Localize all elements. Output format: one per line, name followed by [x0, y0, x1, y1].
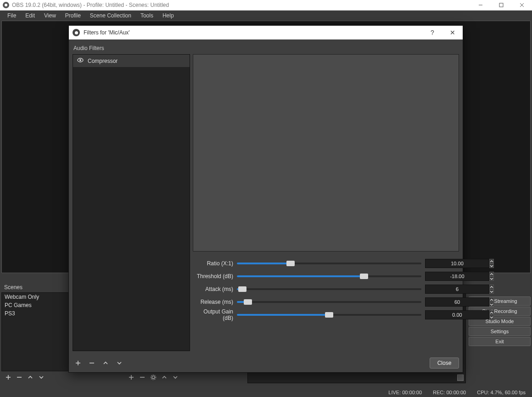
chevron-up-icon[interactable]	[25, 372, 35, 382]
chevron-down-icon[interactable]	[170, 372, 180, 382]
param-value-input[interactable]	[425, 259, 489, 268]
plus-icon[interactable]	[73, 358, 84, 369]
window-titlebar: OBS 19.0.2 (64bit, windows) - Profile: U…	[0, 0, 532, 11]
minus-icon[interactable]	[14, 372, 24, 382]
param-slider[interactable]	[237, 311, 421, 319]
settings-button[interactable]: Settings	[469, 327, 531, 336]
filter-item-compressor[interactable]: Compressor	[73, 55, 190, 67]
dialog-close-button[interactable]: ✕	[442, 26, 463, 39]
plus-icon[interactable]	[3, 372, 13, 382]
minus-icon[interactable]	[86, 358, 97, 369]
param-slider[interactable]	[237, 298, 421, 306]
spin-down-icon[interactable]	[489, 276, 494, 281]
minus-icon[interactable]	[137, 372, 147, 382]
spin-down-icon[interactable]	[489, 263, 494, 268]
resize-grip-icon[interactable]	[457, 375, 464, 381]
svg-point-13	[79, 59, 81, 61]
param-value-input[interactable]	[425, 310, 489, 319]
spin-down-icon[interactable]	[489, 315, 494, 319]
dialog-help-button[interactable]: ?	[422, 26, 442, 39]
chevron-down-icon[interactable]	[114, 358, 125, 369]
param-label: Threshold (dB)	[195, 273, 237, 280]
window-close-button[interactable]	[511, 0, 532, 11]
exit-button[interactable]: Exit	[469, 337, 531, 346]
audio-filters-label: Audio Filters	[73, 45, 458, 51]
param-spinbox[interactable]	[425, 285, 457, 294]
param-slider[interactable]	[237, 259, 421, 268]
window-maximize-button[interactable]	[491, 0, 511, 11]
menu-scene-collection[interactable]: Scene Collection	[85, 11, 136, 20]
param-value-input[interactable]	[425, 272, 489, 281]
close-button[interactable]: Close	[430, 358, 459, 369]
filter-list[interactable]: Compressor	[73, 54, 190, 351]
menu-edit[interactable]: Edit	[21, 11, 39, 20]
menu-profile[interactable]: Profile	[61, 11, 85, 20]
param-value-input[interactable]	[425, 297, 489, 307]
svg-point-10	[152, 376, 155, 379]
eye-icon[interactable]	[77, 56, 84, 65]
obs-logo-icon	[3, 2, 9, 8]
window-title: OBS 19.0.2 (64bit, windows) - Profile: U…	[12, 2, 470, 8]
param-spinbox[interactable]	[425, 272, 457, 281]
param-value-input[interactable]	[425, 285, 489, 294]
gear-icon[interactable]	[148, 372, 158, 382]
spin-up-icon[interactable]	[489, 285, 494, 289]
param-spinbox[interactable]	[425, 310, 457, 319]
param-row: Attack (ms)	[195, 283, 457, 296]
chevron-up-icon[interactable]	[100, 358, 111, 369]
param-label: Output Gain (dB)	[195, 308, 237, 321]
param-label: Release (ms)	[195, 299, 237, 305]
spin-up-icon[interactable]	[489, 259, 494, 263]
chevron-down-icon[interactable]	[36, 372, 46, 382]
statusbar: LIVE: 00:00:00 REC: 00:00:00 CPU: 4.7%, …	[0, 388, 532, 397]
spin-up-icon[interactable]	[489, 297, 494, 302]
obs-logo-icon	[73, 29, 80, 36]
param-spinbox[interactable]	[425, 297, 457, 307]
param-label: Attack (ms)	[195, 286, 237, 292]
param-label: Ratio (X:1)	[195, 260, 237, 267]
svg-point-11	[151, 375, 156, 380]
filter-preview	[193, 54, 459, 252]
param-spinbox[interactable]	[425, 259, 457, 268]
menu-help[interactable]: Help	[158, 11, 179, 20]
svg-rect-1	[499, 3, 503, 7]
param-slider[interactable]	[237, 285, 421, 293]
filters-dialog: Filters for 'Mic/Aux' ? ✕ Audio Filters …	[68, 25, 463, 373]
filter-item-label: Compressor	[88, 58, 118, 64]
param-slider[interactable]	[237, 272, 421, 280]
spin-up-icon[interactable]	[489, 272, 494, 276]
dialog-titlebar: Filters for 'Mic/Aux' ? ✕	[69, 26, 463, 39]
status-live: LIVE: 00:00:00	[388, 390, 422, 395]
window-minimize-button[interactable]	[470, 0, 491, 11]
chevron-up-icon[interactable]	[159, 372, 169, 382]
menubar: File Edit View Profile Scene Collection …	[0, 11, 532, 21]
param-row: Release (ms)	[195, 296, 457, 308]
menu-file[interactable]: File	[3, 11, 21, 20]
status-rec: REC: 00:00:00	[433, 390, 466, 395]
plus-icon[interactable]	[126, 372, 136, 382]
spin-up-icon[interactable]	[489, 310, 494, 315]
spin-down-icon[interactable]	[489, 289, 494, 294]
param-row: Output Gain (dB)	[195, 308, 457, 321]
menu-view[interactable]: View	[39, 11, 61, 20]
dialog-title: Filters for 'Mic/Aux'	[84, 29, 422, 36]
param-row: Ratio (X:1)	[195, 257, 457, 270]
param-row: Threshold (dB)	[195, 270, 457, 283]
menu-tools[interactable]: Tools	[136, 11, 158, 20]
spin-down-icon[interactable]	[489, 302, 494, 307]
status-cpu: CPU: 4.7%, 60.00 fps	[477, 390, 526, 395]
filter-params: Ratio (X:1)Threshold (dB)Attack (ms)Rele…	[193, 254, 459, 322]
scenes-header: Scenes	[4, 284, 22, 291]
